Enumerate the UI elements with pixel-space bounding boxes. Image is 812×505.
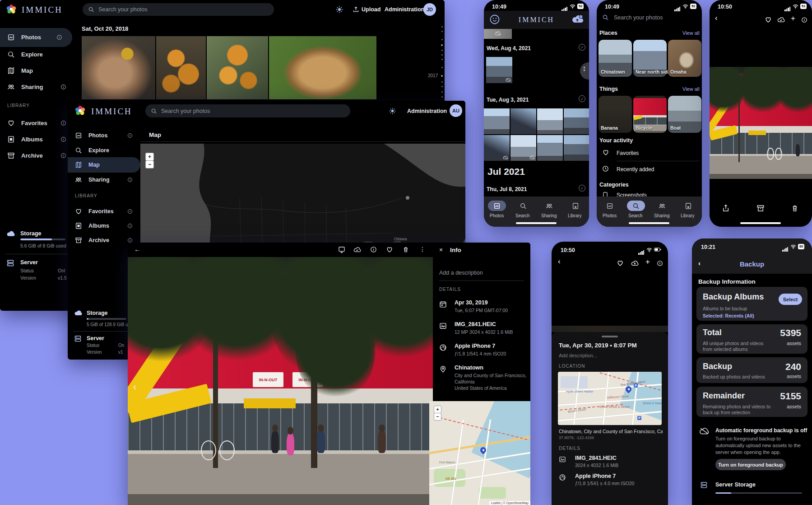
sheet-drag-handle[interactable] [602,336,618,337]
nav-label-search[interactable]: Search [628,213,643,218]
map-small-marker[interactable] [406,196,409,200]
sidebar-item-archive[interactable]: Archive [75,237,109,244]
sidebar-item-archive[interactable]: Archive [7,152,43,159]
sidebar-item-map[interactable]: Map [7,67,33,75]
place-card-near-north-side[interactable]: Near north side [633,40,667,77]
close-icon[interactable]: × [439,246,443,253]
trash-icon[interactable] [403,246,409,253]
description-input[interactable]: Add a description [439,270,483,276]
photo-sliver[interactable] [552,326,668,332]
library-nav-icon[interactable] [572,202,579,210]
photos-nav-icon[interactable] [606,202,613,210]
sidebar-item-map-selected[interactable]: Map [68,157,140,173]
sidebar-item-explore[interactable]: Explore [7,51,43,58]
select-group-check-icon[interactable]: ✓ [579,44,585,51]
prev-photo-chevron[interactable]: ‹ [133,381,136,393]
photo-viewer[interactable]: IN-N-OUT IN-N-OUT ‹ [128,257,433,505]
archive-icon[interactable] [756,204,765,212]
search-input[interactable]: Search your photos [614,14,663,21]
sidebar-item-sharing[interactable]: Sharing [75,176,110,183]
sidebar-item-photos[interactable]: Photos [75,132,107,139]
theme-toggle-sun-icon[interactable] [336,6,343,13]
minimap-zoom-out[interactable]: − [434,413,441,421]
library-nav-icon[interactable] [685,202,692,210]
scrollbar-thumb[interactable]: ▲▼ [580,62,589,79]
sidebar-item-albums[interactable]: Albums [7,136,43,143]
photos-nav-icon[interactable] [493,202,501,210]
map-zoom-out-button[interactable]: − [145,160,154,168]
heart-icon[interactable] [765,16,772,23]
share-icon[interactable] [722,204,730,212]
home-indicator[interactable] [740,222,781,224]
sidebar-item-albums[interactable]: Albums [75,222,109,229]
nav-label-sharing[interactable]: Sharing [654,213,669,218]
photo-viewer[interactable] [710,67,812,179]
thing-card-boat[interactable]: Boat [668,96,701,133]
photo-thumbnail[interactable] [207,36,268,99]
nav-label-search[interactable]: Search [515,213,530,218]
photo-thumbnail[interactable] [486,57,512,83]
cloud-upload-icon[interactable] [631,260,639,266]
avatar[interactable]: JD [423,3,436,16]
home-indicator[interactable] [516,222,557,224]
location-minimap[interactable]: Fort Mason US 101 + − Leaflet | © OpenSt… [429,401,530,505]
photo-thumbnail[interactable] [537,108,563,134]
photo-thumbnail[interactable] [564,108,589,134]
photo-thumbnail[interactable] [269,36,376,99]
info-circle-icon[interactable] [657,260,663,267]
sidebar-item-sharing[interactable]: Sharing [7,83,43,91]
select-group-check-icon[interactable]: ✓ [579,95,585,102]
turn-on-foreground-backup-button[interactable]: Turn on foreground backup [715,459,786,470]
back-chevron-icon[interactable]: ‹ [715,14,718,23]
photo-thumbnail[interactable] [537,135,563,161]
administration-button[interactable]: Administration [385,6,424,13]
activity-recently-added[interactable]: Recently added [617,166,654,173]
kebab-menu-icon[interactable]: ⋮ [419,246,426,253]
thing-card-banana[interactable]: Banana [599,96,632,133]
activity-favorites[interactable]: Favorites [617,150,639,156]
slideshow-icon[interactable] [338,246,345,253]
back-arrow-icon[interactable]: ← [134,245,141,253]
search-nav-icon[interactable] [632,202,640,210]
info-circle-icon[interactable] [370,246,377,253]
cloud-check-icon[interactable] [353,247,361,252]
photo-thumbnail[interactable] [510,135,536,161]
back-chevron-icon[interactable]: ‹ [558,257,561,266]
backup-cloud-avatar-icon[interactable] [571,14,583,24]
photo-thumbnail[interactable] [484,29,512,39]
avatar[interactable]: AU [450,104,462,117]
sidebar-item-photos[interactable]: Photos [0,28,72,47]
theme-toggle-sun-icon[interactable] [389,108,396,114]
place-card-chinatown[interactable]: Chinatown [599,40,632,77]
select-button[interactable]: Select [779,294,802,305]
location-map[interactable]: The Embarcadero Hyde Street Harbor Jeffe… [558,372,662,425]
trash-icon[interactable] [791,204,798,212]
photo-thumbnail[interactable] [82,36,155,99]
nav-label-photos[interactable]: Photos [603,213,617,218]
sidebar-item-favorites[interactable]: Favorites [7,119,47,127]
administration-button[interactable]: Administration [407,108,447,114]
info-circle-icon[interactable] [801,17,807,23]
sharing-nav-icon[interactable] [659,202,666,210]
search-nav-icon[interactable] [520,202,527,210]
photo-thumbnail[interactable] [484,135,510,161]
nav-label-photos[interactable]: Photos [490,213,504,218]
things-view-all[interactable]: View all [682,86,700,92]
photo-thumbnail[interactable] [510,108,536,134]
map-zoom-in-button[interactable]: + [145,153,154,161]
minimap-zoom-in[interactable]: + [434,406,441,413]
home-indicator[interactable] [629,222,669,224]
photo-thumbnail[interactable] [156,36,206,99]
photo-thumbnail[interactable] [484,108,510,134]
nav-label-library[interactable]: Library [681,213,695,218]
sidebar-item-favorites[interactable]: Favorites [75,208,114,215]
select-group-check-icon[interactable]: ✓ [579,185,585,192]
search-input[interactable]: Search your photos [83,3,274,16]
thing-card-bicycle[interactable]: Bicycle [633,96,667,133]
place-card-omaha[interactable]: Omaha [668,40,701,77]
add-icon[interactable]: + [791,14,795,23]
sharing-nav-icon[interactable] [546,202,553,210]
add-icon[interactable]: + [645,257,650,267]
heart-icon[interactable] [617,260,624,267]
sidebar-item-explore[interactable]: Explore [75,147,109,154]
